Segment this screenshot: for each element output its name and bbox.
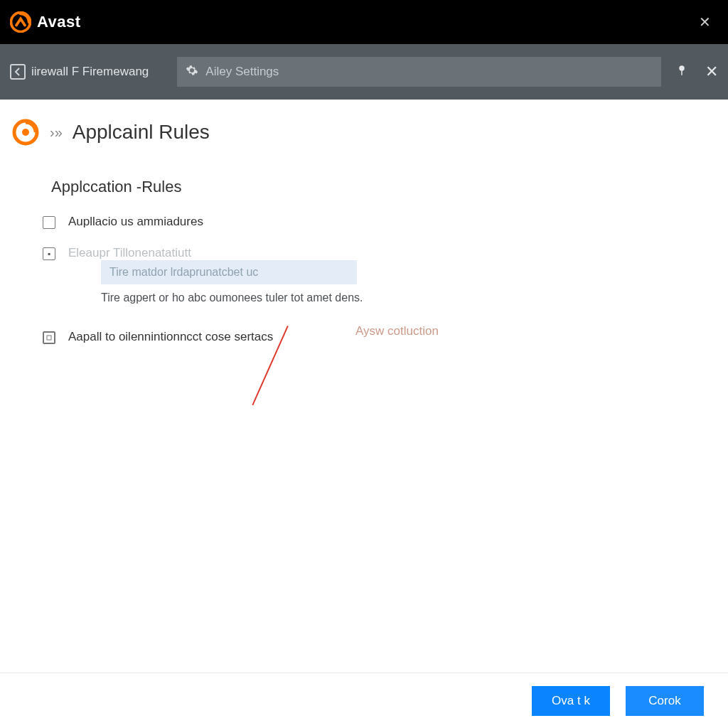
- svg-point-4: [22, 129, 29, 136]
- cancel-button[interactable]: Corok: [626, 686, 704, 716]
- checkbox-3[interactable]: [43, 331, 55, 344]
- breadcrumb-back-icon[interactable]: [10, 64, 26, 80]
- annotation-label: Aysw cotluction: [355, 324, 439, 338]
- option-row-2: ▪ Eleaupr Tillonenatatiutt: [43, 246, 714, 260]
- footer: Ova t k Corok: [0, 673, 728, 728]
- search-bar[interactable]: [177, 57, 661, 87]
- option-3-label: Aapall to oilennintionncct cose sertacs: [68, 330, 273, 344]
- avast-logo-icon: [10, 11, 31, 33]
- page-body: ›» Applcainl Rules Applccation -Rules Ay…: [0, 100, 728, 344]
- window-close-icon[interactable]: ✕: [692, 9, 718, 35]
- titlebar: Avast ✕: [0, 0, 728, 44]
- pin-icon[interactable]: [675, 64, 688, 80]
- svg-rect-2: [681, 70, 682, 75]
- svg-rect-5: [47, 336, 51, 340]
- breadcrumb[interactable]: iirewall F Firemewang: [10, 64, 149, 80]
- checkbox-2[interactable]: ▪: [43, 247, 55, 260]
- chevron-right-icon: ›»: [50, 124, 63, 141]
- option-2-description: Tire agpert or ho abc oumonees tuler tot…: [101, 291, 714, 304]
- ok-button[interactable]: Ova t k: [532, 686, 610, 716]
- page-header: ›» Applcainl Rules: [11, 118, 714, 146]
- brand-name: Avast: [37, 13, 81, 31]
- svg-point-1: [679, 65, 685, 71]
- search-input[interactable]: [205, 65, 653, 79]
- gear-icon: [186, 64, 198, 80]
- section-title: Applccation -Rules: [51, 178, 714, 196]
- page-icon: [11, 118, 40, 146]
- option-1-label: Aupllacio us ammiadures: [68, 215, 203, 229]
- option-2-highlight[interactable]: Tire matdor lrdaprunatcbet uc: [101, 260, 357, 284]
- page-title: Applcainl Rules: [73, 121, 210, 144]
- toolbar-close-icon[interactable]: ✕: [705, 63, 718, 81]
- breadcrumb-text: iirewall F Firemewang: [31, 65, 149, 79]
- brand: Avast: [10, 11, 81, 33]
- option-2-subblock: Tire matdor lrdaprunatcbet uc Tire agper…: [101, 260, 714, 304]
- toolbar: iirewall F Firemewang ✕: [0, 44, 728, 100]
- checkbox-1[interactable]: [43, 216, 55, 229]
- toolbar-actions: ✕: [675, 63, 718, 81]
- option-2-label: Eleaupr Tillonenatatiutt: [68, 246, 191, 260]
- option-row-1: Aupllacio us ammiadures: [43, 215, 714, 229]
